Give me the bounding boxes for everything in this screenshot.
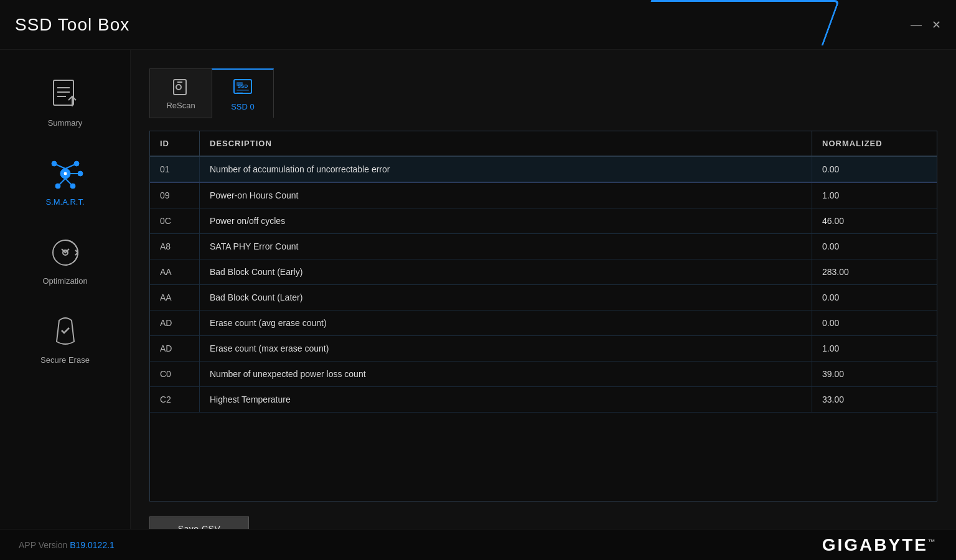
cell-description: Erase count (max erase count) <box>200 336 812 361</box>
cell-id: 01 <box>150 157 200 182</box>
col-header-description: DESCRIPTION <box>200 131 812 156</box>
svg-point-10 <box>74 161 79 166</box>
content-area: ReScan SSD SSD 0 ID DESCRIPTION NORMALIZ… <box>131 50 956 560</box>
tab-rescan-label: ReScan <box>166 101 195 110</box>
svg-rect-25 <box>237 90 249 91</box>
table-row: A8 SATA PHY Error Count 0.00 <box>150 234 937 259</box>
cell-normalized: 33.00 <box>812 387 937 412</box>
cell-id: AD <box>150 310 200 335</box>
svg-text:SSD: SSD <box>238 83 248 89</box>
brand-name: GIGABYTE™ <box>822 535 937 554</box>
cell-normalized: 1.00 <box>812 183 937 208</box>
secure-erase-icon <box>47 313 84 350</box>
cell-normalized: 46.00 <box>812 208 937 233</box>
sidebar-item-label-secure-erase: Secure Erase <box>40 355 90 365</box>
smart-table: ID DESCRIPTION NORMALIZED 01 Number of a… <box>149 131 937 502</box>
cell-description: Number of accumulation of uncorrectable … <box>200 157 812 182</box>
sidebar-item-optimization[interactable]: Optimization <box>0 226 130 293</box>
table-row: 0C Power on/off cycles 46.00 <box>150 208 937 234</box>
table-row: 01 Number of accumulation of uncorrectab… <box>150 157 937 183</box>
table-row: AA Bad Block Count (Early) 283.00 <box>150 259 937 285</box>
cell-description: Highest Temperature <box>200 387 812 412</box>
title-bar: SSD Tool Box — ✕ <box>0 0 956 50</box>
svg-point-20 <box>176 85 181 90</box>
cell-description: Bad Block Count (Early) <box>200 259 812 284</box>
tab-rescan[interactable]: ReScan <box>149 68 212 118</box>
cell-description: Power-on Hours Count <box>200 183 812 208</box>
cell-id: C2 <box>150 387 200 412</box>
sidebar-item-label-smart: S.M.A.R.T. <box>45 197 84 207</box>
cell-normalized: 0.00 <box>812 285 937 310</box>
cell-normalized: 0.00 <box>812 157 937 182</box>
cell-description: SATA PHY Error Count <box>200 234 812 259</box>
tab-bar: ReScan SSD SSD 0 <box>149 68 937 118</box>
cell-id: AA <box>150 285 200 310</box>
cell-normalized: 0.00 <box>812 234 937 259</box>
version-label: APP Version <box>19 540 70 550</box>
cell-description: Bad Block Count (Later) <box>200 285 812 310</box>
table-row: 09 Power-on Hours Count 1.00 <box>150 183 937 208</box>
svg-point-14 <box>55 184 60 189</box>
table-header: ID DESCRIPTION NORMALIZED <box>150 131 937 157</box>
cell-normalized: 0.00 <box>812 310 937 335</box>
summary-icon <box>47 76 84 113</box>
tab-ssd0[interactable]: SSD SSD 0 <box>212 68 274 118</box>
window-controls: — ✕ <box>911 18 941 32</box>
close-button[interactable]: ✕ <box>932 18 941 32</box>
table-row: C2 Highest Temperature 33.00 <box>150 387 937 413</box>
sidebar-item-label-summary: Summary <box>48 118 83 128</box>
sidebar: Summary S.M.A. <box>0 50 131 560</box>
svg-point-12 <box>78 171 83 176</box>
col-header-normalized: NORMALIZED <box>812 131 937 156</box>
svg-point-8 <box>52 161 57 166</box>
app-title: SSD Tool Box <box>15 15 129 35</box>
table-row: AA Bad Block Count (Later) 0.00 <box>150 285 937 310</box>
cell-id: C0 <box>150 362 200 386</box>
cell-id: 09 <box>150 183 200 208</box>
cell-id: AD <box>150 336 200 361</box>
sidebar-item-smart[interactable]: S.M.A.R.T. <box>0 147 130 214</box>
minimize-button[interactable]: — <box>911 18 922 32</box>
cell-description: Erase count (avg erase count) <box>200 310 812 335</box>
cell-id: AA <box>150 259 200 284</box>
footer: APP Version B19.0122.1 GIGABYTE™ <box>0 529 956 560</box>
cell-description: Power on/off cycles <box>200 208 812 233</box>
cell-normalized: 1.00 <box>812 336 937 361</box>
sidebar-item-secure-erase[interactable]: Secure Erase <box>0 306 130 372</box>
tab-ssd0-label: SSD 0 <box>231 102 255 111</box>
table-row: AD Erase count (avg erase count) 0.00 <box>150 310 937 336</box>
sidebar-item-label-optimization: Optimization <box>42 276 87 286</box>
table-row: AD Erase count (max erase count) 1.00 <box>150 336 937 362</box>
cell-id: 0C <box>150 208 200 233</box>
cell-description: Number of unexpected power loss count <box>200 362 812 386</box>
smart-icon <box>47 155 84 192</box>
sidebar-item-summary[interactable]: Summary <box>0 68 130 135</box>
svg-rect-26 <box>237 92 243 93</box>
cell-normalized: 283.00 <box>812 259 937 284</box>
optimization-icon <box>47 234 84 271</box>
svg-point-6 <box>63 172 67 175</box>
cell-normalized: 39.00 <box>812 362 937 386</box>
table-body[interactable]: 01 Number of accumulation of uncorrectab… <box>150 157 937 498</box>
col-header-id: ID <box>150 131 200 156</box>
version-number: B19.0122.1 <box>70 540 115 550</box>
svg-point-16 <box>70 184 75 189</box>
version-info: APP Version B19.0122.1 <box>19 539 115 551</box>
main-layout: Summary S.M.A. <box>0 50 956 560</box>
table-row: C0 Number of unexpected power loss count… <box>150 362 937 387</box>
brand-container: GIGABYTE™ <box>822 535 937 555</box>
cell-id: A8 <box>150 234 200 259</box>
